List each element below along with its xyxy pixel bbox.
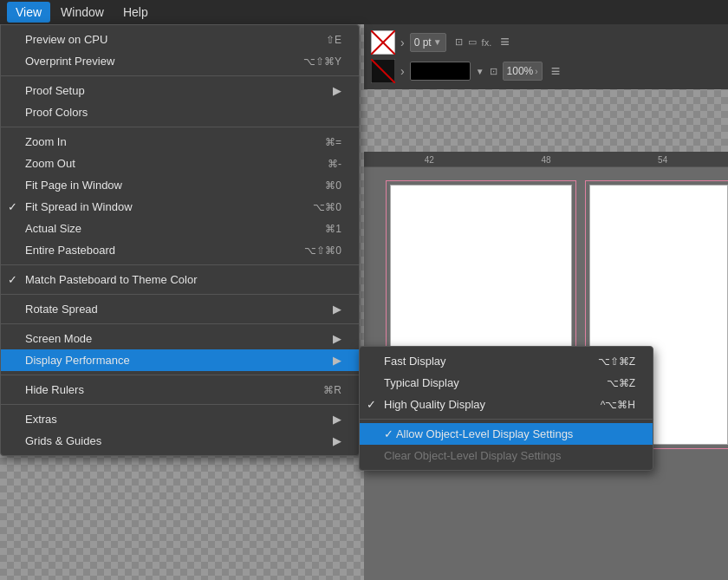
menu-item-match-pasteboard[interactable]: ✓ Match Pasteboard to Theme Color [1,269,359,290]
rect-icon[interactable]: ▭ [468,36,477,48]
ruler-marks: 42 48 54 [371,155,721,166]
divider-2 [1,127,359,127]
crop-icon[interactable]: ⊡ [490,66,497,77]
submenu-item-high-quality[interactable]: ✓ High Quality Display ^⌥⌘H [360,394,653,415]
match-pasteboard-check-icon: ✓ [8,273,17,286]
display-performance-submenu: Fast Display ⌥⇧⌘Z Typical Display ⌥⌘Z ✓ … [359,346,653,471]
divider-4 [1,294,359,295]
display-performance-arrow-icon: ▶ [333,354,341,367]
divider-5 [1,323,359,324]
divider-7 [1,404,359,405]
fx-label[interactable]: fx. [482,37,492,48]
menu-item-grids-guides[interactable]: Grids & Guides ▶ [1,430,359,452]
zoom-value: 100% [507,65,534,77]
fit-spread-check-icon: ✓ [8,200,17,213]
divider-1 [1,75,359,76]
zoom-dropdown-icon: › [535,67,537,76]
color-swatch-red[interactable] [371,30,395,55]
menubar-item-view[interactable]: View [7,2,50,23]
menu-item-fit-spread[interactable]: ✓ Fit Spread in Window ⌥⌘0 [1,196,359,218]
toolbar: › 0 pt ▼ ⊡ ▭ fx. ≡ › ▼ ⊡ 100% › ≡ [364,24,728,89]
menu-item-fit-page[interactable]: Fit Page in Window ⌘0 [1,174,359,196]
screen-mode-arrow-icon: ▶ [333,332,341,345]
menubar: View Window Help [0,0,728,24]
menubar-item-window[interactable]: Window [52,2,113,23]
divider-3 [1,264,359,265]
extras-arrow-icon: ▶ [333,413,341,426]
ruler-horizontal: 42 48 54 [364,152,728,167]
high-quality-check-icon: ✓ [367,398,376,411]
rotate-spread-arrow-icon: ▶ [333,303,341,316]
grids-guides-arrow-icon: ▶ [333,434,341,447]
menu-item-display-performance[interactable]: Display Performance ▶ Fast Display ⌥⇧⌘Z … [1,349,359,371]
menu-item-preview-cpu[interactable]: Preview on CPU ⇧E [1,29,359,50]
menu-item-entire-pasteboard[interactable]: Entire Pasteboard ⌥⇧⌘0 [1,239,359,261]
menu-lines-icon[interactable]: ≡ [500,33,510,51]
menu-item-zoom-out[interactable]: Zoom Out ⌘- [1,153,359,174]
menu-item-hide-rulers[interactable]: Hide Rulers ⌘R [1,379,359,401]
toolbar-row-2: › ▼ ⊡ 100% › ≡ [371,59,721,83]
menubar-item-help[interactable]: Help [114,2,157,23]
pt-input-group[interactable]: 0 pt ▼ [410,33,446,52]
view-dropdown-menu: Preview on CPU ⇧E Overprint Preview ⌥⇧⌘Y… [0,24,360,456]
menu-item-screen-mode[interactable]: Screen Mode ▶ [1,328,359,349]
menu-item-actual-size[interactable]: Actual Size ⌘1 [1,218,359,239]
submenu-divider-1 [360,419,653,420]
menu-item-zoom-in[interactable]: Zoom In ⌘= [1,131,359,153]
color-swatch-black[interactable] [371,59,395,83]
submenu-item-allow-object-level[interactable]: ✓ Allow Object-Level Display Settings [360,423,653,445]
arrow-right-2-icon[interactable]: › [400,64,405,78]
menu-lines-2-icon[interactable]: ≡ [551,62,561,81]
menu-item-extras[interactable]: Extras ▶ [1,408,359,430]
menu-item-rotate-spread[interactable]: Rotate Spread ▶ [1,298,359,320]
ruler-mark-48: 48 [541,155,550,165]
divider-6 [1,375,359,375]
pt-value: 0 pt [414,36,432,49]
menu-item-proof-setup[interactable]: Proof Setup ▶ [1,80,359,101]
submenu-item-typical-display[interactable]: Typical Display ⌥⌘Z [360,372,653,394]
menu-item-proof-colors[interactable]: Proof Colors [1,101,359,123]
submenu-item-clear-object-level: Clear Object-Level Display Settings [360,445,653,466]
expand-icon[interactable]: ⊡ [455,36,463,48]
pt-unit-label: ▼ [433,37,442,47]
toolbar-row-1: › 0 pt ▼ ⊡ ▭ fx. ≡ [371,30,721,55]
ruler-mark-42: 42 [425,155,434,165]
zoom-input-group[interactable]: 100% › [503,62,543,81]
arrow-right-icon[interactable]: › [400,36,405,49]
dropdown-arrow-icon[interactable]: ▼ [476,67,484,76]
proof-setup-arrow-icon: ▶ [333,84,341,97]
menu-item-overprint-preview[interactable]: Overprint Preview ⌥⇧⌘Y [1,50,359,72]
submenu-item-fast-display[interactable]: Fast Display ⌥⇧⌘Z [360,350,653,372]
black-swatch-input[interactable] [410,62,471,81]
ruler-mark-54: 54 [658,155,667,165]
